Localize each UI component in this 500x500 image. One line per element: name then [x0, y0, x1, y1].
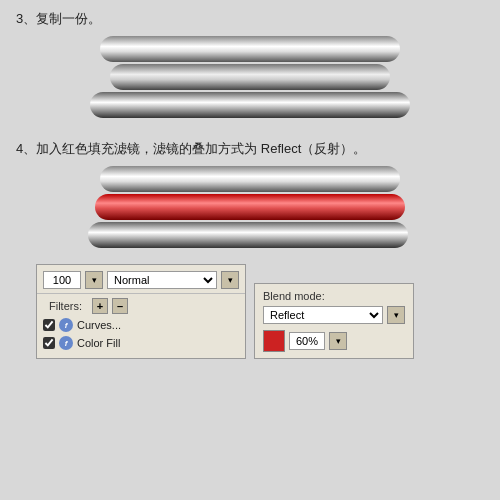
filter-curves-icon-char: f [65, 321, 68, 330]
filter-colorfill-icon: f [59, 336, 73, 350]
blend-dropdown-arrow: ▾ [228, 275, 233, 285]
filter-colorfill-name: Color Fill [77, 337, 120, 349]
blend-dropdown-arrow-icon: ▾ [394, 310, 399, 320]
blend-mode-panel: Blend mode: Reflect ▾ ▾ [254, 283, 414, 359]
step4-text: 4、加入红色填充滤镜，滤镜的叠加方式为 Reflect（反射）。 [16, 140, 484, 158]
blend-dropdown-btn[interactable]: ▾ [387, 306, 405, 324]
filters-panel: ▾ Normal ▾ Filters: + – f [36, 264, 246, 359]
filter-curves-icon: f [59, 318, 73, 332]
opacity-input[interactable] [43, 271, 81, 289]
step3-text: 3、复制一份。 [16, 10, 484, 28]
filter-curves-item: f Curves... [37, 316, 245, 334]
blend-mode-select[interactable]: Normal [107, 271, 217, 289]
color-swatch[interactable] [263, 330, 285, 352]
filter-curves-checkbox[interactable] [43, 319, 55, 331]
panels-area: ▾ Normal ▾ Filters: + – f [36, 264, 484, 359]
red-tube-top [100, 166, 400, 192]
gray-tube-2 [110, 64, 390, 90]
red-tubes [80, 166, 420, 256]
gray-tube-3 [90, 92, 410, 118]
opacity-dropdown-arrow: ▾ [92, 275, 97, 285]
blend-select-row: Reflect ▾ [263, 306, 405, 324]
filters-controls: Filters: + – [37, 296, 245, 316]
opacity-dropdown-btn[interactable]: ▾ [85, 271, 103, 289]
gray-tube-1 [100, 36, 400, 62]
gray-tubes [80, 36, 420, 126]
filter-curves-name: Curves... [77, 319, 121, 331]
remove-filter-button[interactable]: – [112, 298, 128, 314]
blend-mode-dropdown-btn[interactable]: ▾ [221, 271, 239, 289]
filters-label: Filters: [43, 298, 88, 314]
opacity-blend-row: ▾ Normal ▾ [37, 269, 245, 291]
filter-colorfill-checkbox[interactable] [43, 337, 55, 349]
red-tube-bottom [88, 222, 408, 248]
filter-colorfill-icon-char: f [65, 339, 68, 348]
blend-mode-select-sub[interactable]: Reflect [263, 306, 383, 324]
filter-colorfill-item: f Color Fill [37, 334, 245, 352]
blend-mode-label: Blend mode: [263, 290, 405, 302]
add-filter-button[interactable]: + [92, 298, 108, 314]
opacity-percent-dropdown[interactable]: ▾ [329, 332, 347, 350]
color-opacity-row: ▾ [263, 330, 405, 352]
opacity-percent-arrow: ▾ [336, 336, 341, 346]
opacity-percent-input[interactable] [289, 332, 325, 350]
red-tube-middle [95, 194, 405, 220]
